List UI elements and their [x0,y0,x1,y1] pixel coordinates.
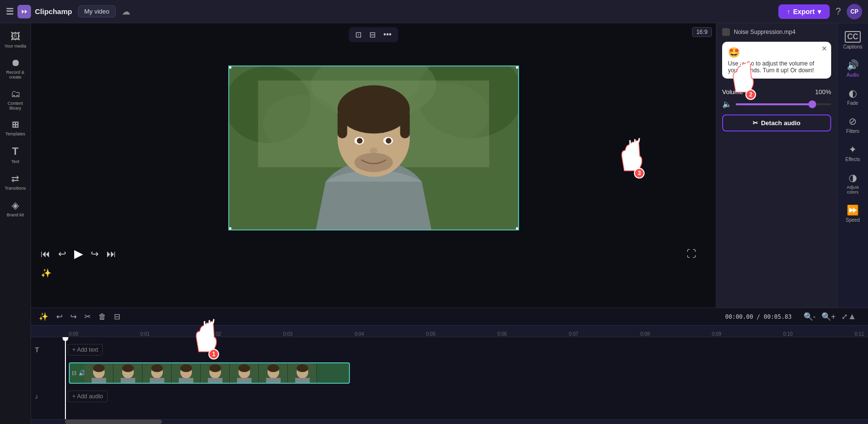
fullscreen-button[interactable]: ⛶ [687,248,696,260]
playhead[interactable] [65,337,66,419]
volume-label: Volume [722,88,743,96]
content-library-icon: 🗂 [11,88,20,99]
zoom-in-button[interactable]: 🔍+ [820,311,837,322]
skip-end-button[interactable]: ⏭ [107,248,116,260]
video-preview-container: ⊡ ⊟ ••• 16:9 [31,23,716,308]
undo-button[interactable]: ↩ [54,311,64,322]
audio-track-row: ♪ + Add audio [31,386,868,407]
svg-rect-13 [400,110,410,139]
redo-button[interactable]: ↪ [68,311,79,322]
delete-button[interactable]: 🗑 [96,311,108,322]
sidebar-label-brand-kit: Brand kit [7,212,24,217]
avatar[interactable]: CP [847,4,862,19]
skip-start-button[interactable]: ⏮ [41,248,50,260]
volume-fill [736,103,812,105]
ruler-mark: 0:10 [783,331,792,337]
sidebar-label-transitions: Transitions [5,186,26,191]
export-button[interactable]: ↑ Export ▾ [778,4,830,19]
filters-icon: ⊘ [849,115,857,127]
auto-compose-button[interactable]: ✨ [37,311,50,322]
timeline-ruler: 0:00 0:01 0:02 0:03 0:04 0:05 0:06 0:07 … [31,326,868,337]
split-button[interactable]: ⊟ [112,311,122,322]
play-button[interactable]: ▶ [74,247,83,261]
ruler-mark: 0:11 [854,331,864,337]
sidebar-item-content-library[interactable]: 🗂 Content library [1,84,30,114]
cloud-sync-icon: ☁ [122,6,130,17]
video-clip[interactable]: ⊟ 🔊 [69,362,350,384]
icon-bar-effects[interactable]: ✦ Effects [839,140,867,166]
sidebar-item-record[interactable]: ⏺ Record & create [1,53,30,83]
resize-handle-br[interactable] [516,227,519,230]
icon-bar-audio[interactable]: 🔊 Audio [839,55,867,82]
your-media-icon: 🖼 [11,31,20,42]
clip-thumb [288,363,317,383]
svg-point-22 [93,364,105,372]
clip-thumb [142,363,172,383]
zoom-out-button[interactable]: 🔍- [802,311,818,322]
svg-point-30 [151,364,163,372]
add-text-button[interactable]: + Add text [68,344,103,356]
svg-point-18 [370,147,378,153]
ruler-mark: 0:04 [355,331,364,337]
pip-icon[interactable]: ⊟ [367,29,378,40]
timeline-collapse-button[interactable]: ▲ [848,311,856,322]
detach-audio-button[interactable]: ✂ Detach audio [722,114,831,131]
sidebar-item-brand-kit[interactable]: ◈ Brand kit [1,196,30,221]
captions-label: Captions [843,44,862,49]
tooltip-close-button[interactable]: ✕ [821,45,827,52]
ruler-marks: 0:00 0:01 0:02 0:03 0:04 0:05 0:06 0:07 … [35,331,864,337]
resize-handle-tr[interactable] [516,65,519,69]
audio-section: Volume 100% 🔈 ✂ Detach audio [716,82,837,137]
audio-tooltip-card: ✕ 🤩 Use audio to adjust the volume of yo… [722,42,831,79]
detach-icon: ✂ [753,119,758,127]
file-name: Noise Suppression.mp4 [734,29,795,35]
volume-slider-row: 🔈 [722,99,831,109]
svg-point-26 [122,364,134,372]
transitions-icon: ⇄ [11,173,19,184]
audio-track-label: ♪ [35,392,64,400]
ruler-mark: 0:03 [283,331,292,337]
volume-thumb[interactable] [808,100,816,108]
sidebar-item-text[interactable]: T Text [1,141,30,168]
volume-row: Volume 100% [722,88,831,96]
resize-handle-tl[interactable] [228,65,232,69]
fast-forward-button[interactable]: ↪ [91,248,99,260]
magic-compose-button[interactable]: ✨ [41,268,51,278]
more-options-icon[interactable]: ••• [381,29,394,40]
video-title[interactable]: My video [78,5,116,17]
add-audio-button[interactable]: + Add audio [68,391,108,402]
clip-thumb [230,363,259,383]
hamburger-icon[interactable]: ☰ [6,6,14,17]
sidebar-item-transitions[interactable]: ⇄ Transitions [1,169,30,195]
svg-rect-43 [237,378,252,383]
timeline-scrollbar[interactable] [31,419,868,424]
resize-handle-bl[interactable] [228,227,232,230]
cut-button[interactable]: ✂ [82,311,93,322]
icon-bar-speed[interactable]: ⏩ Speed [839,200,867,227]
rewind-button[interactable]: ↩ [58,248,66,260]
volume-slider[interactable] [736,103,831,105]
text-icon: T [12,145,18,158]
help-icon[interactable]: ? [836,6,841,17]
icon-bar-filters[interactable]: ⊘ Filters [839,112,867,138]
icon-bar-adjust-colors[interactable]: ◑ Adjust colors [839,168,867,198]
svg-point-11 [337,85,410,133]
zoom-controls: 🔍- 🔍+ ⤢ [802,311,850,322]
ruler-mark: 0:06 [497,331,506,337]
audio-icon: 🔊 [847,59,859,71]
topbar-right: ↑ Export ▾ ? CP [778,4,862,19]
svg-rect-12 [337,110,347,139]
aspect-ratio-badge[interactable]: 16:9 [692,27,712,37]
video-track-row: ⊟ 🔊 [31,360,868,386]
ruler-mark: 0:09 [712,331,721,337]
app-logo[interactable]: ☰ Clipchamp [6,5,72,18]
text-track-row: T + Add text [31,339,868,360]
icon-bar-captions[interactable]: CC Captions [839,27,867,53]
sidebar-item-templates[interactable]: ⊞ Templates [1,115,30,140]
sidebar-item-your-media[interactable]: 🖼 Your media [1,27,30,52]
timeline-area: ✨ ↩ ↪ ✂ 🗑 ⊟ 00:00.00 / 00:05.83 🔍- 🔍+ ⤢ … [31,308,868,424]
scrollbar-thumb[interactable] [65,420,162,424]
crop-icon[interactable]: ⊡ [353,29,363,40]
text-track-label: T [35,346,64,354]
icon-bar-fade[interactable]: ◐ Fade [839,83,867,110]
